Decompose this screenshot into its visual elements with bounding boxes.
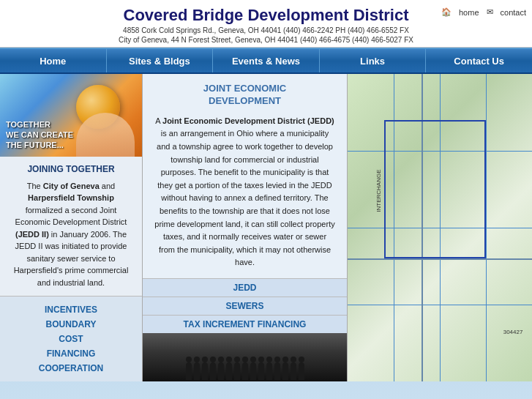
joining-text: The City of Geneva and Harpersfield Town… xyxy=(9,180,133,289)
map-line xyxy=(348,305,532,305)
left-column: TOGETHERWE CAN CREATETHE FUTURE... JOINI… xyxy=(0,74,143,381)
hero-text: TOGETHERWE CAN CREATETHE FUTURE... xyxy=(6,119,73,151)
persons-graphic xyxy=(186,362,304,381)
link-incentives[interactable]: INCENTIVES xyxy=(0,302,142,317)
map-graphic: INTERCHANGE 304427 xyxy=(348,74,532,381)
person-13 xyxy=(282,362,288,380)
person-4 xyxy=(210,362,216,380)
person-12 xyxy=(274,362,280,380)
nav-events[interactable]: Events & News xyxy=(213,49,320,72)
hero-image: TOGETHERWE CAN CREATETHE FUTURE... xyxy=(0,74,142,157)
crowd-image xyxy=(143,333,347,381)
right-column-map: INTERCHANGE 304427 xyxy=(348,74,532,381)
main-content: TOGETHERWE CAN CREATETHE FUTURE... JOINI… xyxy=(0,74,532,381)
person-11 xyxy=(266,362,272,380)
center-column: JOINT ECONOMICDEVELOPMENT A Joint Econom… xyxy=(143,74,348,381)
left-links-section: INCENTIVES BOUNDARY COST FINANCING COOPE… xyxy=(0,296,142,381)
link-jedd[interactable]: JEDD xyxy=(143,279,347,297)
nav-home[interactable]: Home xyxy=(0,49,107,72)
joining-title: JOINING TOGETHER xyxy=(9,164,133,174)
person-8 xyxy=(242,362,248,380)
center-links-section: JEDD SEWERS TAX INCREMENT FINANCING xyxy=(143,278,347,333)
person-2 xyxy=(194,362,200,380)
link-financing[interactable]: FINANCING xyxy=(0,346,142,361)
nav-links[interactable]: Links xyxy=(320,49,427,72)
home-icon: 🏠 xyxy=(441,7,452,17)
person-7 xyxy=(234,362,240,380)
map-coords: 304427 xyxy=(503,329,523,335)
contact-link[interactable]: contact xyxy=(501,8,526,17)
link-tif[interactable]: TAX INCREMENT FINANCING xyxy=(143,316,347,333)
top-nav: 🏠 home ✉ contact xyxy=(441,7,526,17)
nav-sites[interactable]: Sites & Bldgs xyxy=(107,49,214,72)
person-10 xyxy=(258,362,264,380)
person-9 xyxy=(250,362,256,380)
person-3 xyxy=(202,362,208,380)
link-boundary[interactable]: BOUNDARY xyxy=(0,317,142,332)
nav-contact[interactable]: Contact Us xyxy=(426,49,532,72)
map-road xyxy=(348,258,532,260)
link-cooperation[interactable]: COOPERATION xyxy=(0,361,142,376)
person-1 xyxy=(186,362,192,380)
link-cost[interactable]: COST xyxy=(0,332,142,346)
left-info: JOINING TOGETHER The City of Geneva and … xyxy=(0,157,142,297)
jedd-title: JOINT ECONOMICDEVELOPMENT xyxy=(154,83,335,108)
person-5 xyxy=(218,362,224,380)
jedd-boundary xyxy=(384,120,486,258)
main-nav: Home Sites & Bldgs Events & News Links C… xyxy=(0,48,532,74)
person-15 xyxy=(299,362,304,380)
crowd-silhouette xyxy=(143,333,347,381)
person-6 xyxy=(226,362,232,380)
interchange-label: INTERCHANGE xyxy=(375,170,381,212)
person-14 xyxy=(291,362,296,380)
contact-icon: ✉ xyxy=(487,7,493,17)
center-top-content: JOINT ECONOMICDEVELOPMENT A Joint Econom… xyxy=(143,74,347,278)
address-line-2: City of Geneva, 44 N Forest Street, Gene… xyxy=(0,36,532,44)
jedd-text: A Joint Economic Development District (J… xyxy=(154,115,335,269)
page-header: Covered Bridge Development District 4858… xyxy=(0,0,532,48)
home-link[interactable]: home xyxy=(459,8,479,17)
link-sewers[interactable]: SEWERS xyxy=(143,297,347,316)
address-line-1: 4858 Cork Cold Springs Rd., Geneva, OH 4… xyxy=(0,26,532,34)
